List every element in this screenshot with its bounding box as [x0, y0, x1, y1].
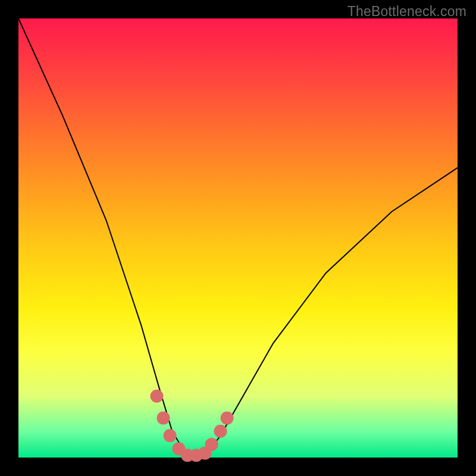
optimal-marker [205, 438, 218, 451]
optimal-marker [157, 412, 170, 425]
optimal-marker [221, 412, 234, 425]
watermark-text: TheBottleneck.com [347, 4, 466, 20]
optimal-marker [151, 390, 164, 403]
optimal-marker [214, 425, 227, 438]
chart-frame: TheBottleneck.com [0, 0, 476, 476]
plot-area [18, 18, 458, 458]
chart-svg [18, 18, 458, 458]
optimal-marker [164, 429, 177, 442]
bottleneck-curve [18, 18, 458, 458]
